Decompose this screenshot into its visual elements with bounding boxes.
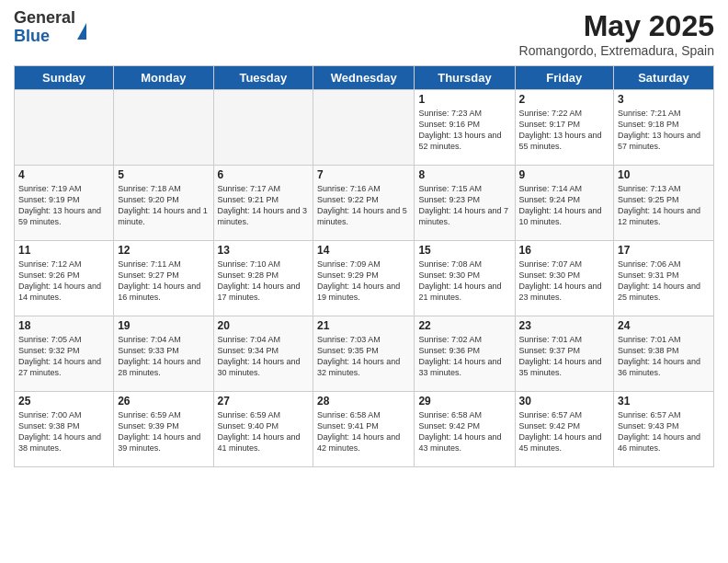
calendar-cell <box>213 90 313 166</box>
day-info: Sunrise: 6:59 AM Sunset: 9:39 PM Dayligh… <box>118 409 209 454</box>
day-info: Sunrise: 7:21 AM Sunset: 9:18 PM Dayligh… <box>618 108 710 153</box>
calendar-cell: 27Sunrise: 6:59 AM Sunset: 9:40 PM Dayli… <box>213 392 313 467</box>
calendar-cell: 12Sunrise: 7:11 AM Sunset: 9:27 PM Dayli… <box>114 241 213 316</box>
location: Romangordo, Extremadura, Spain <box>519 43 714 58</box>
calendar-week-row: 11Sunrise: 7:12 AM Sunset: 9:26 PM Dayli… <box>15 241 714 316</box>
day-number: 24 <box>618 319 710 332</box>
day-info: Sunrise: 7:05 AM Sunset: 9:32 PM Dayligh… <box>18 334 109 379</box>
day-number: 4 <box>18 168 109 181</box>
title-area: May 2025 Romangordo, Extremadura, Spain <box>519 9 714 58</box>
day-number: 12 <box>118 244 209 257</box>
day-header-tuesday: Tuesday <box>213 66 313 90</box>
day-info: Sunrise: 7:11 AM Sunset: 9:27 PM Dayligh… <box>118 259 209 304</box>
day-number: 13 <box>218 244 310 257</box>
logo-blue: Blue <box>14 28 75 46</box>
calendar-cell: 6Sunrise: 7:17 AM Sunset: 9:21 PM Daylig… <box>213 166 313 241</box>
day-number: 25 <box>18 395 109 408</box>
day-info: Sunrise: 7:01 AM Sunset: 9:37 PM Dayligh… <box>519 334 610 379</box>
day-info: Sunrise: 6:57 AM Sunset: 9:43 PM Dayligh… <box>618 409 710 454</box>
calendar-cell: 15Sunrise: 7:08 AM Sunset: 9:30 PM Dayli… <box>415 241 515 316</box>
day-number: 8 <box>418 168 510 181</box>
day-info: Sunrise: 7:02 AM Sunset: 9:36 PM Dayligh… <box>418 334 510 379</box>
day-number: 22 <box>418 319 510 332</box>
calendar-cell: 18Sunrise: 7:05 AM Sunset: 9:32 PM Dayli… <box>15 316 114 392</box>
calendar-cell: 25Sunrise: 7:00 AM Sunset: 9:38 PM Dayli… <box>15 392 114 467</box>
day-info: Sunrise: 6:58 AM Sunset: 9:41 PM Dayligh… <box>317 409 410 454</box>
calendar-cell: 30Sunrise: 6:57 AM Sunset: 9:42 PM Dayli… <box>515 392 614 467</box>
calendar-cell: 10Sunrise: 7:13 AM Sunset: 9:25 PM Dayli… <box>614 166 714 241</box>
day-number: 6 <box>218 168 310 181</box>
header: General Blue May 2025 Romangordo, Extrem… <box>14 9 714 58</box>
calendar-cell: 7Sunrise: 7:16 AM Sunset: 9:22 PM Daylig… <box>313 166 415 241</box>
day-info: Sunrise: 7:00 AM Sunset: 9:38 PM Dayligh… <box>18 409 109 454</box>
day-number: 28 <box>317 395 410 408</box>
day-number: 11 <box>18 244 109 257</box>
calendar-cell: 23Sunrise: 7:01 AM Sunset: 9:37 PM Dayli… <box>515 316 614 392</box>
day-info: Sunrise: 7:15 AM Sunset: 9:23 PM Dayligh… <box>418 183 510 228</box>
calendar-cell: 17Sunrise: 7:06 AM Sunset: 9:31 PM Dayli… <box>614 241 714 316</box>
calendar-cell: 9Sunrise: 7:14 AM Sunset: 9:24 PM Daylig… <box>515 166 614 241</box>
calendar: SundayMondayTuesdayWednesdayThursdayFrid… <box>14 65 714 467</box>
day-info: Sunrise: 6:57 AM Sunset: 9:42 PM Dayligh… <box>519 409 610 454</box>
calendar-cell: 29Sunrise: 6:58 AM Sunset: 9:42 PM Dayli… <box>415 392 515 467</box>
day-number: 7 <box>317 168 410 181</box>
calendar-cell: 16Sunrise: 7:07 AM Sunset: 9:30 PM Dayli… <box>515 241 614 316</box>
day-info: Sunrise: 7:23 AM Sunset: 9:16 PM Dayligh… <box>418 108 510 153</box>
day-number: 18 <box>18 319 109 332</box>
day-header-sunday: Sunday <box>15 66 114 90</box>
day-number: 26 <box>118 395 209 408</box>
logo-general: General <box>14 9 75 28</box>
calendar-cell <box>313 90 415 166</box>
day-number: 3 <box>618 93 710 106</box>
calendar-cell: 20Sunrise: 7:04 AM Sunset: 9:34 PM Dayli… <box>213 316 313 392</box>
day-header-monday: Monday <box>114 66 213 90</box>
calendar-cell: 4Sunrise: 7:19 AM Sunset: 9:19 PM Daylig… <box>15 166 114 241</box>
day-info: Sunrise: 7:17 AM Sunset: 9:21 PM Dayligh… <box>218 183 310 228</box>
calendar-cell: 13Sunrise: 7:10 AM Sunset: 9:28 PM Dayli… <box>213 241 313 316</box>
calendar-cell: 24Sunrise: 7:01 AM Sunset: 9:38 PM Dayli… <box>614 316 714 392</box>
calendar-week-row: 25Sunrise: 7:00 AM Sunset: 9:38 PM Dayli… <box>15 392 714 467</box>
calendar-header-row: SundayMondayTuesdayWednesdayThursdayFrid… <box>15 66 714 90</box>
day-number: 31 <box>618 395 710 408</box>
day-number: 10 <box>618 168 710 181</box>
day-number: 5 <box>118 168 209 181</box>
day-number: 15 <box>418 244 510 257</box>
day-header-saturday: Saturday <box>614 66 714 90</box>
day-info: Sunrise: 7:22 AM Sunset: 9:17 PM Dayligh… <box>519 108 610 153</box>
day-info: Sunrise: 7:04 AM Sunset: 9:33 PM Dayligh… <box>118 334 209 379</box>
logo: General Blue <box>14 9 86 46</box>
calendar-cell <box>15 90 114 166</box>
day-info: Sunrise: 7:08 AM Sunset: 9:30 PM Dayligh… <box>418 259 510 304</box>
calendar-cell: 2Sunrise: 7:22 AM Sunset: 9:17 PM Daylig… <box>515 90 614 166</box>
month-title: May 2025 <box>519 9 714 43</box>
day-info: Sunrise: 7:12 AM Sunset: 9:26 PM Dayligh… <box>18 259 109 304</box>
logo-text: General Blue <box>14 9 75 46</box>
day-info: Sunrise: 7:13 AM Sunset: 9:25 PM Dayligh… <box>618 183 710 228</box>
day-info: Sunrise: 7:16 AM Sunset: 9:22 PM Dayligh… <box>317 183 410 228</box>
day-header-wednesday: Wednesday <box>313 66 415 90</box>
day-info: Sunrise: 7:19 AM Sunset: 9:19 PM Dayligh… <box>18 183 109 228</box>
day-number: 19 <box>118 319 209 332</box>
day-info: Sunrise: 7:01 AM Sunset: 9:38 PM Dayligh… <box>618 334 710 379</box>
calendar-week-row: 4Sunrise: 7:19 AM Sunset: 9:19 PM Daylig… <box>15 166 714 241</box>
calendar-cell: 1Sunrise: 7:23 AM Sunset: 9:16 PM Daylig… <box>415 90 515 166</box>
day-number: 23 <box>519 319 610 332</box>
day-number: 20 <box>218 319 310 332</box>
day-number: 14 <box>317 244 410 257</box>
day-number: 17 <box>618 244 710 257</box>
calendar-cell <box>114 90 213 166</box>
calendar-cell: 8Sunrise: 7:15 AM Sunset: 9:23 PM Daylig… <box>415 166 515 241</box>
day-info: Sunrise: 7:09 AM Sunset: 9:29 PM Dayligh… <box>317 259 410 304</box>
calendar-cell: 14Sunrise: 7:09 AM Sunset: 9:29 PM Dayli… <box>313 241 415 316</box>
day-info: Sunrise: 6:59 AM Sunset: 9:40 PM Dayligh… <box>218 409 310 454</box>
day-number: 27 <box>218 395 310 408</box>
day-number: 16 <box>519 244 610 257</box>
day-number: 21 <box>317 319 410 332</box>
day-info: Sunrise: 7:18 AM Sunset: 9:20 PM Dayligh… <box>118 183 209 228</box>
calendar-cell: 28Sunrise: 6:58 AM Sunset: 9:41 PM Dayli… <box>313 392 415 467</box>
logo-triangle-icon <box>77 23 86 40</box>
day-info: Sunrise: 6:58 AM Sunset: 9:42 PM Dayligh… <box>418 409 510 454</box>
calendar-cell: 11Sunrise: 7:12 AM Sunset: 9:26 PM Dayli… <box>15 241 114 316</box>
day-info: Sunrise: 7:03 AM Sunset: 9:35 PM Dayligh… <box>317 334 410 379</box>
day-number: 9 <box>519 168 610 181</box>
